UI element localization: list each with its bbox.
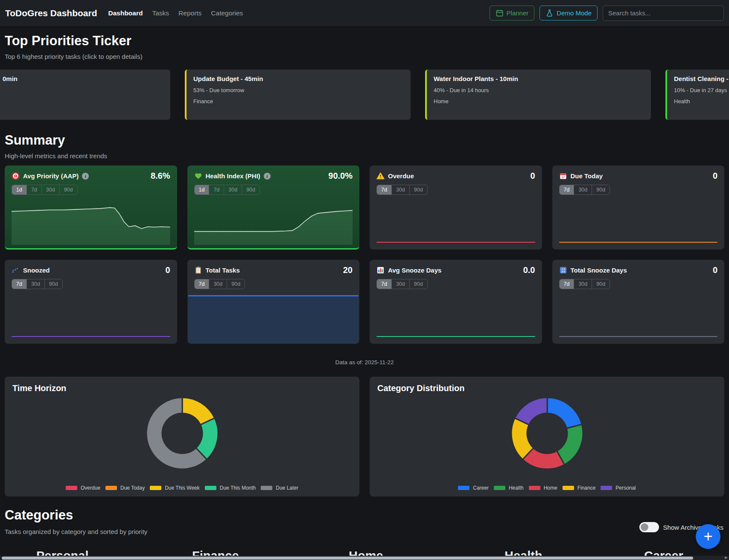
- range-7d-button[interactable]: 7d: [12, 279, 26, 289]
- time-horizon-donut-chart: [145, 396, 220, 471]
- ticker-card[interactable]: Water Indoor Plants - 10min 40% - Due in…: [425, 70, 651, 120]
- legend-label: Career: [473, 485, 489, 491]
- range-7d-button[interactable]: 7d: [560, 185, 574, 194]
- metric-title: Total Snooze Days: [571, 267, 627, 274]
- metric-card-health-index[interactable]: Health Index (PHI)90.0%1d7d30d90d: [187, 165, 360, 250]
- range-30d-button[interactable]: 30d: [391, 185, 409, 194]
- time-horizon-legend: OverdueDue TodayDue This WeekDue This Mo…: [5, 485, 359, 491]
- range-90d-button[interactable]: 90d: [409, 185, 427, 194]
- flat-sparkline: [559, 242, 718, 243]
- nav-link-reports[interactable]: Reports: [178, 9, 201, 17]
- range-7d-button[interactable]: 7d: [377, 185, 391, 194]
- range-90d-button[interactable]: 90d: [44, 279, 62, 289]
- range-7d-button[interactable]: 7d: [377, 279, 391, 289]
- demo-mode-button-label: Demo Mode: [557, 9, 592, 17]
- info-icon[interactable]: [82, 173, 89, 180]
- range-30d-button[interactable]: 30d: [391, 279, 409, 289]
- category-distribution-panel: Category Distribution CareerHealthHomeFi…: [370, 377, 724, 496]
- legend-item: Finance: [563, 485, 596, 491]
- range-30d-button[interactable]: 30d: [41, 185, 59, 194]
- range-30d-button[interactable]: 30d: [26, 279, 44, 289]
- range-7d-button[interactable]: 7d: [26, 185, 41, 194]
- ticker-card[interactable]: 0min: [0, 70, 170, 120]
- search-input[interactable]: [603, 6, 724, 21]
- planner-calendar-icon: [496, 9, 504, 17]
- ticker-card-due: 53% - Due tomorrow: [193, 87, 404, 93]
- data-as-of: Data as of: 2025-11-22: [0, 359, 729, 366]
- range-30d-button[interactable]: 30d: [209, 279, 227, 289]
- legend-label: Due Later: [276, 485, 298, 491]
- range-1d-button[interactable]: 1d: [195, 185, 209, 194]
- range-1d-button[interactable]: 1d: [12, 185, 26, 194]
- metric-card-total-snooze-days[interactable]: 1 23 4Total Snooze Days07d30d90d: [552, 260, 725, 344]
- planner-button-label: Planner: [507, 9, 529, 17]
- range-90d-button[interactable]: 90d: [592, 279, 609, 289]
- legend-item: Overdue: [66, 485, 100, 491]
- scrollbar-right-arrow[interactable]: ▶: [725, 555, 728, 560]
- legend-item: Personal: [601, 485, 636, 491]
- donut-slice-personal[interactable]: [514, 398, 547, 425]
- flask-icon: [545, 9, 554, 17]
- demo-mode-button[interactable]: Demo Mode: [539, 6, 598, 20]
- metric-card-snoozed[interactable]: zzzSnoozed07d30d90d: [5, 260, 177, 344]
- numbers-icon: 1 23 4: [559, 266, 567, 274]
- nav-link-tasks[interactable]: Tasks: [152, 9, 169, 17]
- range-30d-button[interactable]: 30d: [574, 185, 592, 194]
- legend-item: Due This Week: [150, 485, 200, 491]
- ticker-card[interactable]: Dentist Cleaning - 6 10% - Due in 27 day…: [665, 70, 729, 120]
- svg-text:z: z: [12, 269, 15, 273]
- metric-card-header: 1 23 4Total Snooze Days0: [559, 265, 718, 275]
- range-toggle-group: 7d30d90d: [559, 185, 610, 195]
- metric-value: 0.0: [523, 265, 535, 275]
- metric-value: 20: [343, 265, 353, 275]
- nav-link-categories[interactable]: Categories: [211, 9, 243, 17]
- range-90d-button[interactable]: 90d: [592, 185, 609, 194]
- range-90d-button[interactable]: 90d: [59, 185, 77, 194]
- metric-title: Total Tasks: [206, 267, 240, 274]
- range-toggle-group: 7d30d90d: [559, 279, 610, 289]
- category-distribution-donut-chart: [510, 396, 585, 471]
- add-task-button[interactable]: +: [696, 524, 720, 549]
- range-7d-button[interactable]: 7d: [195, 279, 209, 289]
- time-horizon-title: Time Horizon: [12, 383, 352, 393]
- area-sparkline: [188, 295, 359, 344]
- heart-icon: [194, 172, 202, 180]
- legend-label: Due Today: [120, 485, 145, 491]
- range-toggle-group: 7d30d90d: [194, 279, 245, 289]
- metric-card-overdue[interactable]: Overdue07d30d90d: [370, 165, 542, 250]
- range-90d-button[interactable]: 90d: [409, 279, 427, 289]
- range-90d-button[interactable]: 90d: [242, 185, 260, 194]
- donut-slice-career[interactable]: [547, 398, 582, 428]
- metric-card-due-today[interactable]: 17Due Today07d30d90d: [552, 165, 725, 250]
- category-distribution-title: Category Distribution: [377, 383, 717, 393]
- legend-label: Finance: [577, 485, 596, 491]
- show-archived-toggle[interactable]: [639, 522, 659, 532]
- metric-card-total-tasks[interactable]: Total Tasks207d30d90d: [187, 260, 360, 344]
- ticker-card-title: Water Indoor Plants - 10min: [434, 75, 644, 82]
- metric-title: Due Today: [571, 172, 603, 180]
- scrollbar-thumb[interactable]: [2, 557, 693, 560]
- nav-actions: Planner Demo Mode: [490, 6, 724, 21]
- legend-swatch: [105, 486, 117, 490]
- range-30d-button[interactable]: 30d: [574, 279, 592, 289]
- legend-swatch: [261, 486, 272, 490]
- planner-button[interactable]: Planner: [490, 6, 535, 20]
- metric-card-avg-snooze-days[interactable]: Avg Snooze Days0.07d30d90d: [370, 260, 542, 344]
- range-30d-button[interactable]: 30d: [224, 185, 242, 194]
- charts-row: Time Horizon OverdueDue TodayDue This We…: [5, 377, 724, 496]
- info-icon[interactable]: [264, 173, 271, 180]
- categories-title: Categories: [5, 508, 724, 523]
- top-nav: ToDoGres Dashboard Dashboard Tasks Repor…: [0, 0, 729, 26]
- range-toggle-group: 7d30d90d: [12, 279, 63, 289]
- nav-link-dashboard[interactable]: Dashboard: [108, 9, 143, 17]
- metric-value: 90.0%: [328, 171, 353, 181]
- metric-card-avg-priority[interactable]: Avg Priority (AAP)8.6%1d7d30d90d: [5, 165, 177, 250]
- metric-title: Avg Priority (AAP): [23, 172, 79, 180]
- svg-text:17: 17: [561, 176, 565, 179]
- metric-card-header: Total Tasks20: [194, 265, 353, 275]
- range-90d-button[interactable]: 90d: [227, 279, 245, 289]
- ticker-card[interactable]: Update Budget - 45min 53% - Due tomorrow…: [185, 70, 411, 120]
- legend-swatch: [150, 486, 161, 490]
- range-7d-button[interactable]: 7d: [560, 279, 574, 289]
- range-7d-button[interactable]: 7d: [209, 185, 224, 194]
